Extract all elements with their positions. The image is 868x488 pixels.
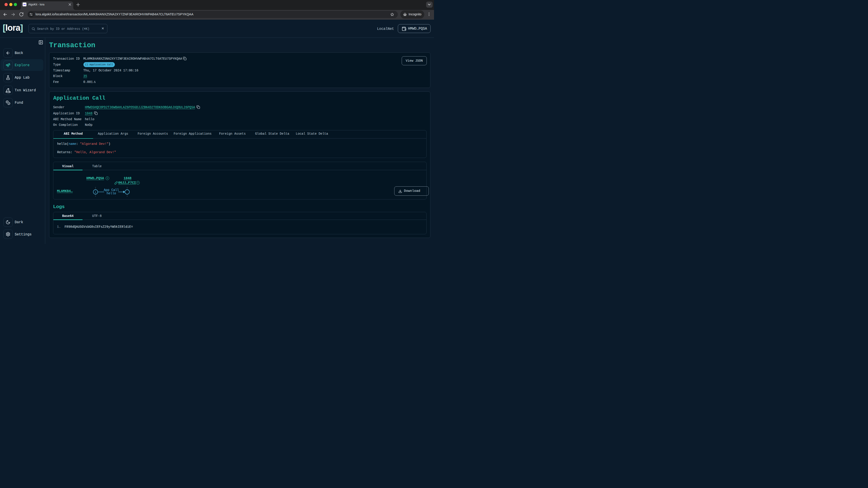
svg-text:1: 1 — [95, 191, 96, 193]
